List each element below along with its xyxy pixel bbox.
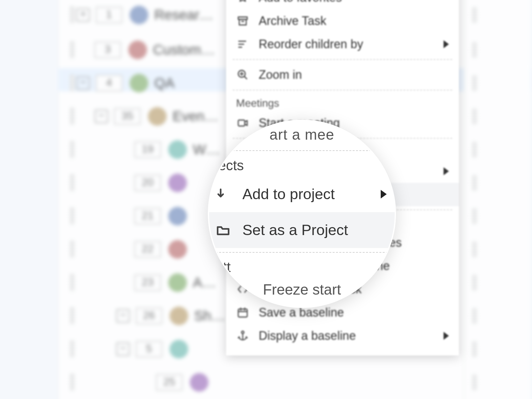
- menu-item-display-baseline[interactable]: Display a baseline: [226, 324, 459, 347]
- star-icon: [236, 0, 249, 4]
- timeline-column: [464, 0, 531, 399]
- row-drag-handle[interactable]: [70, 308, 74, 324]
- menu-item-add-to-favorites[interactable]: Add to favorites: [226, 0, 459, 9]
- avatar: [130, 74, 148, 92]
- add-to-project-icon: [215, 186, 231, 202]
- menu-item-archive-task[interactable]: Archive Task: [226, 9, 459, 33]
- svg-rect-4: [238, 309, 247, 317]
- avatar: [168, 140, 187, 159]
- chevron-right-icon: [444, 332, 449, 340]
- row-drag-handle[interactable]: [70, 108, 74, 125]
- avatar: [168, 207, 187, 225]
- magnifier-lens: art a mee jects Add to project Set as a …: [208, 120, 396, 308]
- zoom-in-icon: [236, 68, 249, 81]
- menu-separator: [233, 90, 452, 90]
- avatar: [170, 307, 188, 325]
- menu-separator: [233, 59, 452, 60]
- task-id-badge: 35: [114, 108, 141, 125]
- menu-label: Zoom in: [259, 68, 449, 82]
- task-id-badge: 3: [94, 42, 121, 58]
- menu-item-zoom-in[interactable]: Zoom in: [226, 63, 459, 86]
- timeline-handle[interactable]: [472, 109, 477, 124]
- timeline-handle[interactable]: [472, 275, 477, 290]
- menu-label: Add to favorites: [259, 0, 449, 5]
- avatar: [170, 340, 188, 358]
- folder-icon: [215, 222, 231, 238]
- row-drag-handle[interactable]: [70, 42, 74, 58]
- timeline-handle[interactable]: [472, 76, 477, 90]
- task-id-badge: 21: [134, 208, 161, 224]
- task-id-badge: 5: [136, 341, 162, 357]
- row-drag-handle[interactable]: [70, 274, 74, 291]
- menu-label: Display a baseline: [259, 329, 434, 343]
- menu-label: Save a baseline: [259, 306, 449, 320]
- menu-section-meetings: Meetings: [226, 94, 459, 111]
- avatar: [168, 240, 187, 259]
- avatar: [168, 273, 187, 292]
- row-drag-handle[interactable]: [70, 75, 74, 91]
- collapse-icon[interactable]: −: [76, 76, 90, 90]
- avatar: [148, 107, 167, 126]
- timeline-handle[interactable]: [472, 375, 477, 390]
- chevron-right-icon: [444, 167, 449, 175]
- timeline-handle[interactable]: [472, 142, 477, 157]
- avatar: [128, 41, 147, 59]
- task-name: Resear…: [154, 7, 213, 23]
- timeline-handle[interactable]: [472, 342, 477, 356]
- task-id-badge: 4: [96, 75, 122, 91]
- task-id-badge: 25: [156, 374, 183, 391]
- task-id-badge: 1: [96, 7, 122, 23]
- menu-label: Set as a Project: [242, 221, 387, 239]
- anchor-icon: [236, 329, 249, 342]
- task-row[interactable]: 25: [138, 369, 437, 396]
- archive-icon: [236, 14, 249, 28]
- timeline-handle[interactable]: [472, 176, 477, 190]
- task-name: W…: [193, 142, 220, 158]
- meeting-icon: [236, 116, 249, 130]
- timeline-handle[interactable]: [472, 8, 477, 22]
- chevron-right-icon: [444, 40, 449, 48]
- chevron-right-icon: [381, 190, 387, 199]
- collapse-icon[interactable]: −: [116, 309, 130, 323]
- timeline-handle[interactable]: [472, 209, 477, 223]
- sort-icon: [236, 38, 249, 51]
- expand-icon[interactable]: +: [76, 8, 90, 22]
- svg-rect-3: [238, 120, 245, 126]
- lens-section-projects: jects: [209, 155, 395, 176]
- row-drag-handle[interactable]: [70, 175, 74, 191]
- task-id-badge: 26: [136, 308, 162, 324]
- task-name: QA: [154, 75, 175, 91]
- svg-rect-1: [239, 20, 246, 25]
- avatar: [130, 6, 148, 24]
- task-id-badge: 19: [134, 141, 161, 158]
- task-name: Sh…: [194, 308, 225, 324]
- timeline-handle[interactable]: [472, 43, 477, 57]
- menu-label: Reorder children by: [259, 37, 434, 51]
- calendar-icon: [236, 306, 249, 319]
- row-drag-handle[interactable]: [70, 241, 74, 258]
- row-drag-handle[interactable]: [70, 208, 74, 224]
- row-drag-handle[interactable]: [70, 141, 74, 158]
- task-id-badge: 22: [134, 241, 161, 258]
- menu-separator: [212, 252, 391, 253]
- row-drag-handle[interactable]: [70, 7, 74, 23]
- lens-section-gantt: ntt: [209, 257, 395, 278]
- menu-separator: [212, 150, 391, 151]
- task-name: Custom…: [153, 42, 215, 58]
- task-name: Even…: [173, 108, 218, 124]
- menu-item-save-baseline[interactable]: Save a baseline: [226, 301, 459, 324]
- menu-label: Add to project: [242, 186, 369, 203]
- task-id-badge: 20: [134, 175, 161, 191]
- collapse-icon[interactable]: −: [95, 110, 108, 123]
- avatar: [168, 174, 187, 192]
- menu-item-reorder-children[interactable]: Reorder children by: [226, 33, 459, 56]
- row-drag-handle[interactable]: [70, 341, 74, 357]
- timeline-handle[interactable]: [472, 309, 477, 323]
- collapse-icon[interactable]: −: [116, 342, 130, 356]
- menu-item-add-to-project[interactable]: Add to project: [209, 176, 395, 212]
- task-name: A…: [193, 275, 216, 291]
- timeline-handle[interactable]: [472, 242, 477, 257]
- menu-label: Archive Task: [259, 14, 449, 28]
- row-drag-handle[interactable]: [70, 374, 74, 391]
- menu-item-set-as-project[interactable]: Set as a Project: [209, 212, 395, 248]
